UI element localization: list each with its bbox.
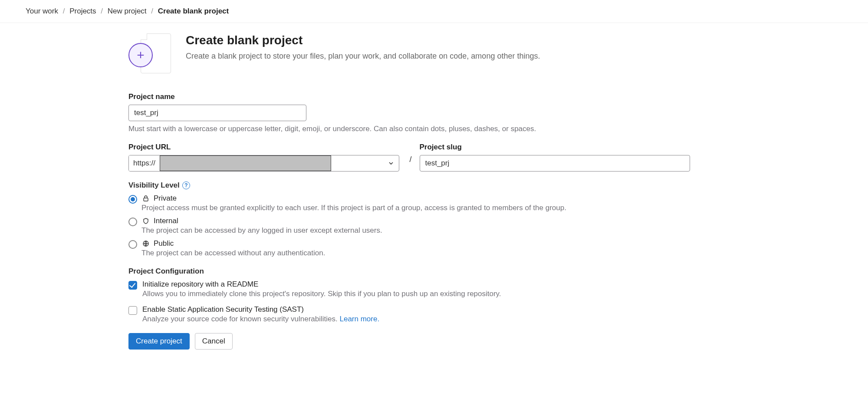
lock-icon [141, 194, 150, 203]
create-project-button[interactable]: Create project [128, 333, 190, 350]
visibility-title: Visibility Level [128, 181, 180, 190]
globe-icon [141, 239, 150, 248]
project-url-redacted [160, 155, 331, 171]
config-desc-readme: Allows you to immediately clone this pro… [142, 290, 501, 298]
plus-icon: + [128, 43, 153, 67]
project-name-hint: Must start with a lowercase or uppercase… [128, 125, 690, 133]
cancel-button[interactable]: Cancel [195, 333, 233, 350]
config-label-readme: Initialize repository with a README [142, 280, 501, 289]
visibility-label-private: Private [154, 194, 177, 203]
project-url-prefix: https:// [129, 155, 160, 171]
project-slug-input[interactable] [420, 155, 690, 172]
visibility-radio-internal[interactable] [128, 218, 137, 226]
checkbox-readme[interactable] [128, 281, 137, 290]
blank-project-icon: + [128, 33, 172, 77]
visibility-desc-private: Project access must be granted explicitl… [141, 204, 690, 212]
breadcrumb-item-your-work[interactable]: Your work [26, 7, 58, 15]
config-desc-sast: Analyze your source code for known secur… [142, 315, 379, 323]
help-icon[interactable]: ? [182, 181, 190, 189]
visibility-radio-private[interactable] [128, 195, 137, 204]
breadcrumb-separator: / [101, 7, 103, 15]
breadcrumb-separator: / [63, 7, 65, 15]
chevron-down-icon[interactable] [383, 155, 399, 171]
visibility-label-internal: Internal [154, 217, 178, 225]
project-url-label: Project URL [128, 143, 399, 152]
page-title: Create blank project [186, 33, 540, 47]
breadcrumb-current: Create blank project [158, 7, 229, 15]
breadcrumb-separator: / [151, 7, 153, 15]
project-slug-label: Project slug [420, 143, 690, 152]
config-label-sast: Enable Static Application Security Testi… [142, 305, 379, 314]
page-subtitle: Create a blank project to store your fil… [186, 52, 540, 61]
breadcrumb-item-projects[interactable]: Projects [69, 7, 96, 15]
svg-rect-0 [144, 198, 148, 201]
config-title: Project Configuration [128, 267, 690, 276]
project-name-input[interactable] [128, 105, 306, 121]
url-slash: / [404, 151, 414, 164]
project-url-select[interactable]: https:// [128, 155, 399, 172]
shield-icon [141, 217, 150, 225]
visibility-desc-public: The project can be accessed without any … [141, 249, 690, 257]
breadcrumb-item-new-project[interactable]: New project [108, 7, 147, 15]
project-name-label: Project name [128, 92, 690, 101]
checkbox-sast[interactable] [128, 306, 137, 315]
learn-more-link[interactable]: Learn more. [340, 315, 380, 323]
visibility-radio-public[interactable] [128, 240, 137, 249]
visibility-label-public: Public [154, 239, 174, 248]
visibility-desc-internal: The project can be accessed by any logge… [141, 226, 690, 235]
page-header: + Create blank project Create a blank pr… [128, 33, 690, 77]
breadcrumb: Your work / Projects / New project / Cre… [0, 0, 868, 23]
